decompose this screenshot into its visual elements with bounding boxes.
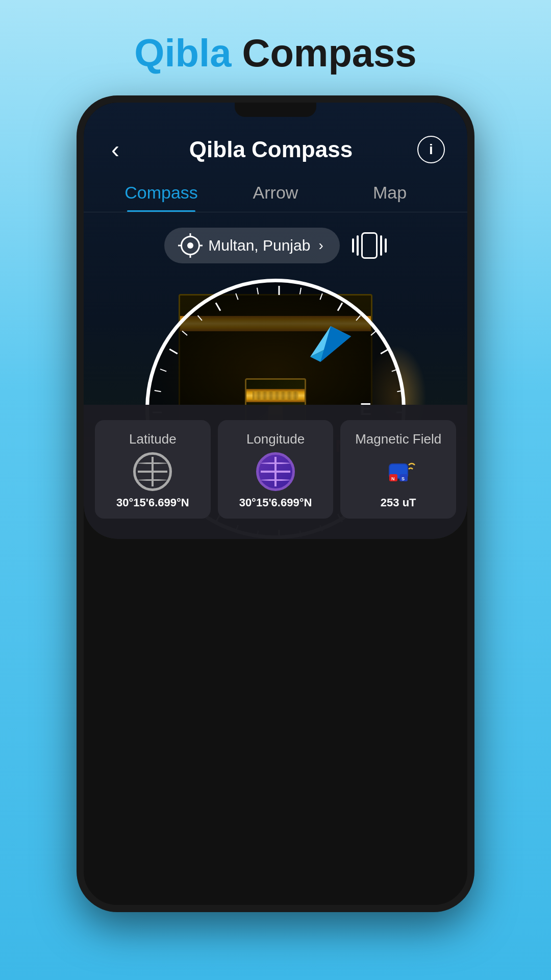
longitude-value: 30°15'6.699°N (239, 496, 312, 509)
phone-notch (235, 103, 316, 117)
magnet-icon: N S (379, 452, 418, 491)
tab-compass-label: Compass (124, 183, 198, 202)
phone-screen: ‹ Qibla Compass i Compass Arrow Map (84, 103, 467, 539)
svg-text:S: S (402, 476, 405, 481)
location-city: Multan, Punjab (208, 237, 310, 254)
tab-arrow[interactable]: Arrow (218, 174, 333, 212)
svg-text:N: N (391, 476, 395, 481)
qibla-arrow (310, 326, 351, 364)
svg-line-3 (338, 303, 342, 311)
tab-map-label: Map (373, 183, 407, 202)
svg-line-33 (216, 303, 220, 311)
title-dark: Compass (231, 31, 416, 75)
phone-mockup: ‹ Qibla Compass i Compass Arrow Map (77, 95, 474, 912)
location-bar: Multan, Punjab › (84, 223, 467, 274)
svg-line-8 (397, 390, 404, 391)
longitude-card: Longitude 30°15'6.699°N (218, 420, 334, 519)
svg-line-1 (300, 288, 301, 295)
location-pill[interactable]: Multan, Punjab › (164, 228, 339, 263)
title-blue: Qibla (134, 31, 231, 75)
latitude-value: 30°15'6.699°N (116, 496, 189, 509)
svg-line-29 (160, 369, 166, 371)
header-title: Qibla Compass (189, 137, 353, 162)
tab-map[interactable]: Map (333, 174, 447, 212)
vibrate-icon[interactable] (352, 232, 387, 259)
location-chevron: › (318, 237, 323, 254)
magnetic-card: Magnetic Field N S (340, 420, 456, 519)
svg-line-30 (169, 349, 178, 354)
back-icon: ‹ (111, 136, 119, 163)
tab-bar: Compass Arrow Map (84, 174, 467, 212)
info-button[interactable]: i (417, 136, 445, 163)
svg-line-34 (236, 293, 238, 300)
svg-line-4 (356, 315, 360, 321)
back-button[interactable]: ‹ (106, 133, 124, 165)
tab-compass[interactable]: Compass (104, 174, 218, 212)
svg-line-32 (198, 315, 202, 321)
location-icon (181, 236, 200, 255)
svg-line-5 (371, 331, 376, 335)
longitude-label: Longitude (246, 431, 305, 447)
latitude-globe-icon (133, 452, 172, 491)
latitude-label: Latitude (129, 431, 177, 447)
longitude-globe-icon (256, 452, 295, 491)
svg-line-28 (155, 390, 161, 391)
svg-line-6 (381, 349, 389, 354)
svg-line-35 (257, 288, 258, 295)
latitude-card: Latitude 30°15'6.699°N (95, 420, 211, 519)
svg-line-31 (182, 331, 187, 335)
info-cards-container: Latitude 30°15'6.699°N Longitude (84, 405, 467, 539)
svg-line-7 (392, 369, 398, 371)
paper-plane-icon (310, 326, 351, 362)
magnetic-value: 253 uT (381, 496, 416, 509)
info-icon: i (429, 141, 433, 158)
phone-icon (361, 232, 378, 259)
page-title: Qibla Compass (134, 31, 416, 75)
svg-line-2 (320, 293, 322, 300)
tab-arrow-label: Arrow (253, 183, 298, 202)
magnetic-label: Magnetic Field (355, 431, 441, 447)
